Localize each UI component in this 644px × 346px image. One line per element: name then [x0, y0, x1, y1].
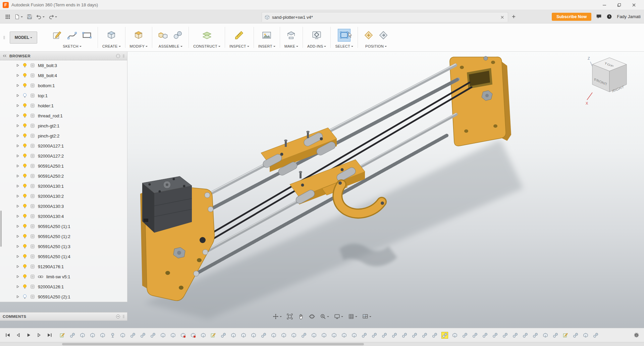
triangle-icon[interactable] — [16, 225, 19, 228]
timeline-feature-comp[interactable] — [270, 332, 277, 339]
timeline-feature-ground[interactable] — [109, 332, 116, 339]
browser-item[interactable]: limit-sw v5:1 — [0, 272, 127, 282]
notifications-button[interactable] — [596, 14, 602, 19]
triangle-icon[interactable] — [16, 134, 19, 137]
visibility-toggle[interactable] — [22, 163, 27, 169]
visibility-toggle[interactable] — [22, 224, 27, 229]
ribbon-group-label[interactable]: INSPECT — [229, 44, 249, 48]
browser-item[interactable]: 92000A130:3 — [0, 201, 127, 211]
timeline-feature-joint[interactable] — [220, 332, 227, 339]
timeline-feature-comp[interactable] — [341, 332, 347, 339]
timeline-feature-comp[interactable] — [290, 332, 297, 339]
timeline-feature-comp[interactable] — [542, 332, 549, 339]
create-icon[interactable] — [105, 29, 118, 42]
visibility-toggle[interactable] — [22, 214, 27, 219]
timeline-scrollbar[interactable] — [0, 342, 644, 346]
file-menu-button[interactable] — [13, 12, 24, 21]
timeline-feature-joint[interactable] — [129, 332, 136, 339]
triangle-icon[interactable] — [16, 104, 19, 107]
visibility-toggle[interactable] — [22, 113, 27, 118]
visibility-toggle[interactable] — [22, 73, 27, 78]
visibility-toggle[interactable] — [22, 284, 27, 289]
timeline-scrollbar-handle[interactable] — [62, 343, 364, 345]
visibility-toggle[interactable] — [22, 264, 27, 269]
tl-play-button[interactable] — [25, 332, 32, 339]
joint-icon[interactable] — [171, 29, 184, 42]
nav-fit-button[interactable] — [285, 312, 294, 321]
undo-button[interactable] — [35, 12, 46, 21]
ribbon-group-label[interactable]: CREATE — [102, 44, 121, 48]
select-icon[interactable] — [338, 29, 351, 42]
visibility-toggle[interactable] — [22, 123, 27, 128]
nav-orbit-button[interactable] — [308, 312, 316, 321]
timeline-feature-joint[interactable] — [482, 332, 488, 339]
timeline-feature-sketch[interactable] — [562, 332, 569, 339]
browser-item[interactable]: pinch-gt2:2 — [0, 131, 127, 141]
nav-pan-button[interactable] — [271, 312, 283, 321]
timeline-feature-joint[interactable] — [592, 332, 599, 339]
triangle-icon[interactable] — [16, 275, 19, 278]
save-button[interactable] — [25, 12, 34, 21]
timeline-feature-joint[interactable] — [150, 332, 156, 339]
panel-grip-icon[interactable] — [123, 54, 124, 58]
timeline-feature-sketch[interactable] — [59, 332, 66, 339]
timeline-feature-comp[interactable] — [89, 332, 96, 339]
visibility-toggle[interactable] — [22, 183, 27, 189]
timeline-feature-comp[interactable] — [331, 332, 337, 339]
timeline-feature-joint[interactable] — [421, 332, 428, 339]
timeline-feature-joint[interactable] — [572, 332, 579, 339]
modify-icon[interactable] — [132, 29, 145, 42]
browser-item[interactable]: 90591A250:2 — [0, 171, 127, 181]
timeline-feature-comp[interactable] — [451, 332, 458, 339]
timeline-feature-joint[interactable] — [401, 332, 408, 339]
panel-grip-icon[interactable] — [123, 314, 124, 319]
triangle-icon[interactable] — [16, 265, 19, 268]
ribbon-group-label[interactable]: INSERT — [258, 44, 275, 48]
tl-next-button[interactable] — [35, 332, 43, 339]
visibility-toggle[interactable] — [22, 153, 27, 159]
position-capture-icon[interactable] — [362, 29, 375, 42]
timeline-feature-comp[interactable] — [351, 332, 358, 339]
browser-item[interactable]: 90591A250 (2):1 — [0, 292, 127, 302]
timeline-feature-sketch[interactable] — [210, 332, 217, 339]
triangle-icon[interactable] — [16, 174, 19, 178]
browser-item[interactable]: top:1 — [0, 91, 127, 101]
triangle-icon[interactable] — [16, 74, 19, 77]
redo-button[interactable] — [47, 12, 59, 21]
browser-item[interactable]: 92000A130:1 — [0, 181, 127, 191]
tl-start-button[interactable] — [4, 332, 11, 339]
visibility-toggle[interactable] — [22, 244, 27, 249]
timeline-settings-button[interactable] — [633, 332, 640, 339]
browser-item[interactable]: M8_bolt:4 — [0, 70, 127, 80]
timeline-feature-joint[interactable] — [260, 332, 267, 339]
sketch-rect-icon[interactable] — [80, 29, 93, 42]
timeline-feature-comp[interactable] — [160, 332, 166, 339]
app-launcher-button[interactable] — [3, 12, 12, 21]
tl-prev-button[interactable] — [14, 332, 22, 339]
timeline-feature-comp[interactable] — [119, 332, 126, 339]
triangle-icon[interactable] — [16, 124, 19, 127]
ribbon-group-label[interactable]: CONSTRUCT — [193, 44, 220, 48]
browser-item[interactable]: 92000A130:2 — [0, 191, 127, 201]
timeline-feature-joint[interactable] — [140, 332, 146, 339]
triangle-icon[interactable] — [16, 164, 19, 168]
timeline-feature-joint[interactable] — [552, 332, 559, 339]
browser-item[interactable]: holder:1 — [0, 101, 127, 111]
timeline-feature-comp[interactable] — [250, 332, 257, 339]
timeline-feature-comp[interactable] — [170, 332, 176, 339]
ribbon-group-label[interactable]: SELECT — [335, 44, 353, 48]
subscribe-now-button[interactable]: Subscribe Now — [552, 13, 591, 21]
timeline-feature-comp[interactable] — [321, 332, 327, 339]
timeline-feature-joint[interactable] — [391, 332, 398, 339]
browser-item[interactable]: 92000A126:1 — [0, 282, 127, 292]
nav-pan-hand-button[interactable] — [297, 312, 305, 321]
visibility-toggle[interactable] — [22, 254, 27, 259]
model-canvas[interactable]: Z TOP FRONT RIGHT X BROWSER M8_bolt: — [0, 52, 644, 328]
visibility-toggle[interactable] — [22, 83, 27, 88]
triangle-icon[interactable] — [16, 215, 19, 218]
ribbon-group-label[interactable]: MODIFY — [130, 44, 148, 48]
browser-item[interactable]: thread_rod:1 — [0, 111, 127, 121]
triangle-icon[interactable] — [16, 184, 19, 188]
browser-item[interactable]: 91290A176:1 — [0, 262, 127, 272]
timeline-feature-joint[interactable] — [361, 332, 368, 339]
